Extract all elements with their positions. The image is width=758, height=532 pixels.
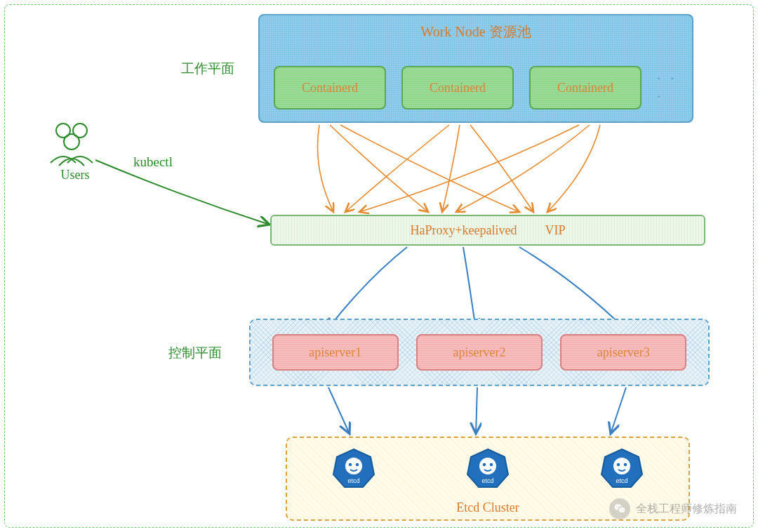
containerd-box: Containerd <box>529 66 641 109</box>
etcd-icon: etcd <box>332 446 375 490</box>
apiserver-box: apiserver1 <box>272 334 399 371</box>
worknode-title: Work Node 资源池 <box>260 22 692 41</box>
containerd-label: Containerd <box>557 81 613 95</box>
apiserver-label: apiserver1 <box>309 345 361 360</box>
apiserver-group-box: apiserver1 apiserver2 apiserver3 <box>249 319 710 386</box>
control-plane-label: 控制平面 <box>168 344 222 362</box>
etcd-title: Etcd Cluster <box>287 500 689 515</box>
users-group: Users <box>44 123 107 182</box>
svg-point-5 <box>349 463 352 467</box>
kubectl-label: kubectl <box>133 154 173 170</box>
apiserver-label: apiserver3 <box>597 345 650 360</box>
apiserver-label: apiserver2 <box>453 345 506 360</box>
containerd-label: Containerd <box>302 81 358 95</box>
etcd-row: etcd etcd etcd <box>287 446 689 490</box>
svg-point-10 <box>483 463 486 467</box>
containerd-row: Containerd Containerd Containerd · · · <box>274 66 678 109</box>
svg-point-6 <box>356 463 359 467</box>
apiserver-box: apiserver3 <box>560 334 686 371</box>
apiserver-box: apiserver2 <box>416 334 543 371</box>
worknode-pool-box: Work Node 资源池 Containerd Containerd Cont… <box>258 14 693 123</box>
vip-label-left: HaProxy+keepalived <box>410 223 517 238</box>
vip-box: HaProxy+keepalived VIP <box>270 215 705 246</box>
users-label: Users <box>44 168 107 182</box>
containerd-box: Containerd <box>401 66 514 109</box>
etcd-icon: etcd <box>466 446 510 490</box>
svg-point-16 <box>623 463 627 467</box>
work-plane-label: 工作平面 <box>181 60 234 78</box>
svg-point-11 <box>490 463 493 467</box>
svg-text:etcd: etcd <box>481 477 493 484</box>
svg-point-9 <box>479 458 496 474</box>
svg-point-4 <box>345 458 362 474</box>
containerd-box: Containerd <box>274 66 386 109</box>
svg-text:etcd: etcd <box>616 477 627 484</box>
svg-point-14 <box>613 458 630 474</box>
ellipsis: · · · <box>657 69 678 106</box>
svg-text:etcd: etcd <box>348 477 360 484</box>
containerd-label: Containerd <box>430 81 486 95</box>
svg-point-15 <box>616 463 620 467</box>
vip-label-right: VIP <box>545 223 566 238</box>
etcd-cluster-box: etcd etcd etcd Etcd Cluster <box>286 437 690 521</box>
etcd-icon: etcd <box>600 446 644 490</box>
